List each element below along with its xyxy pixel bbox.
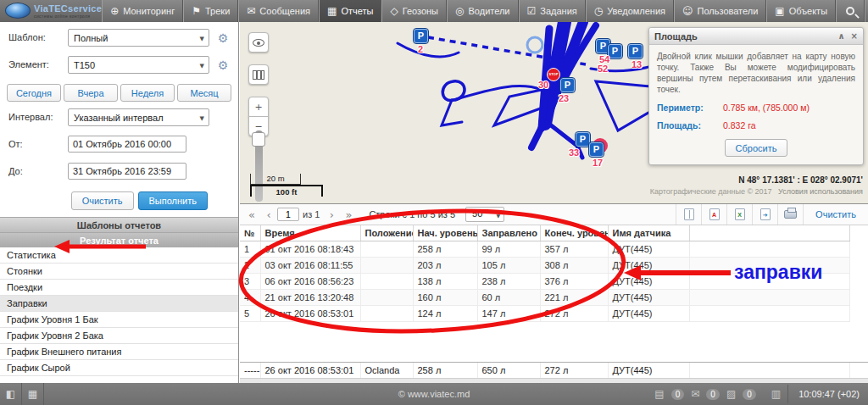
nav-item-objects[interactable]: ▣Объекты [766,0,836,22]
area-popup-header[interactable]: Площадь ∧ × [649,28,863,45]
report-item-parkings[interactable]: Стоянки [0,264,238,280]
collapse-icon[interactable]: ∧ [837,31,844,41]
marker-label: 33 [569,147,579,158]
nav-item-notifications[interactable]: ◷Уведомления [586,0,674,22]
clear-table-button[interactable]: Очистить [803,204,868,225]
report-item-raw-chart[interactable]: График Сырой [0,360,238,376]
run-report-button[interactable]: Выполнить [138,191,208,210]
range-week-button[interactable]: Неделя [120,84,175,102]
nav-item-monitoring[interactable]: ⊕Мониторинг [102,0,183,22]
logo-orb-icon [5,3,31,19]
layers-button[interactable] [248,64,269,85]
col-number[interactable]: № [240,225,260,241]
search-button[interactable] [836,0,865,22]
first-page-button[interactable]: « [243,208,260,221]
section-report-templates[interactable]: Шаблоны отчетов [0,217,238,232]
report-item-statistics[interactable]: Статистика [0,247,238,264]
alarm-clock-icon: ◷ [594,5,603,17]
col-start-level[interactable]: Нач. уровень [413,225,477,241]
report-item-external-power-chart[interactable]: График Внешнего питания [0,344,238,360]
measure-button[interactable]: ◺ [865,0,868,22]
nav-item-reports[interactable]: ▦Отчеты [319,0,381,22]
app-logo[interactable]: ViaTECservice системы online контроля [0,0,102,22]
nav-item-users[interactable]: ☺Пользователи [674,0,766,22]
from-date-input[interactable] [68,136,186,153]
col-position[interactable]: Положение [360,225,413,241]
col-filled[interactable]: Заправлено [477,225,540,241]
parking-marker-23[interactable]: P [560,78,575,92]
range-yesterday-button[interactable]: Вчера [64,84,118,102]
template-select[interactable]: Полный ▼ [68,29,209,47]
page-number-input[interactable] [277,208,299,221]
nav-item-messages[interactable]: ✉Сообщения [238,0,319,22]
from-label: От: [8,139,23,149]
stop-marker[interactable]: STOP [547,68,560,81]
parking-marker-17[interactable]: P [589,142,604,157]
marker-label: 30 [538,80,548,90]
parking-marker-13[interactable]: P [628,44,643,58]
envelope-icon: ✉ [247,5,255,17]
map-canvas[interactable]: + − P 2 P P 54 52 P 13 STOP 30 P 23 P 33… [240,22,868,203]
export-button[interactable]: ➔ [752,204,777,225]
table-row[interactable]: 203 окт 2016 08:11:55203 л105 л308 лДУТ(… [240,258,850,274]
element-select[interactable]: Т150 ▼ [68,56,209,74]
to-label: До: [8,166,23,176]
next-page-button[interactable]: › [323,208,340,221]
columns-button[interactable] [676,204,701,225]
status-icons: ▤ 0 ✉ 0 ▨ 0 ▥ [654,388,787,400]
reset-area-button[interactable]: Сбросить [725,139,788,157]
col-end-level[interactable]: Конеч. уровень [540,225,608,241]
template-settings-button[interactable]: ⚙ [214,30,231,47]
report-item-level1-chart[interactable]: График Уровня 1 Бак [0,312,238,328]
range-today-button[interactable]: Сегодня [7,84,61,102]
nav-item-geozones[interactable]: ◇Геозоны [381,0,447,22]
parking-marker-2[interactable]: P [414,29,428,43]
interval-select[interactable]: Указанный интервал ▼ [68,108,209,126]
report-item-refuelings[interactable]: Заправки [0,296,238,312]
steering-wheel-icon: ◎ [455,5,464,17]
report-item-level2-chart[interactable]: График Уровня 2 Бака [0,328,238,344]
nav-item-tasks[interactable]: ☑Задания [519,0,586,22]
table-row[interactable]: 101 окт 2016 08:18:43258 л99 л357 лДУТ(4… [240,241,850,258]
image-icon[interactable]: ▨ [726,388,736,400]
terms-link[interactable]: Условия использования [778,187,863,196]
nav-item-drivers[interactable]: ◎Водители [447,0,519,22]
parking-marker-52[interactable]: P [608,44,622,58]
visibility-button[interactable] [248,32,269,53]
table-row[interactable]: 421 окт 2016 13:20:48160 л60 л221 лДУТ(4… [240,290,850,306]
chat-icon[interactable]: ▤ [654,388,664,400]
report-item-trips[interactable]: Поездки [0,280,238,296]
area-value: 0.832 га [723,120,756,130]
section-report-result[interactable]: Результат отчета [0,232,238,247]
zoom-slider-thumb[interactable] [252,132,265,147]
print-button[interactable] [777,204,803,225]
nav-item-tracks[interactable]: ⚑Треки [183,0,238,22]
nav-tools: ◺ ⋮ ⇥ [836,0,868,22]
grid-view-button[interactable]: ▦ [22,383,44,405]
to-date-input[interactable] [68,163,186,180]
range-month-button[interactable]: Месяц [177,84,231,102]
columns-view-icon[interactable]: ▥ [771,388,781,400]
toggle-sidebar-button[interactable]: ◧ [0,383,22,405]
col-sensor[interactable]: Имя датчика [608,225,689,241]
marker-label: 13 [632,59,642,69]
last-page-button[interactable]: » [340,208,357,221]
table-row[interactable]: 306 окт 2016 08:56:23138 л238 л376 лДУТ(… [240,274,850,290]
mail-icon[interactable]: ✉ [691,388,699,400]
clear-form-button[interactable]: Очистить [71,191,134,210]
export-pdf-button[interactable]: A [701,204,726,225]
parking-marker-33[interactable]: P [576,132,590,147]
page-size-select[interactable]: 50 ▼ [465,207,504,222]
zoom-in-button[interactable]: + [248,97,269,117]
totals-start: 258 л [413,363,477,378]
marker-label: 17 [593,158,603,168]
element-label: Элемент: [8,59,49,69]
col-time[interactable]: Время [260,225,360,241]
close-icon[interactable]: × [851,31,858,41]
table-row[interactable]: 526 окт 2016 08:53:01124 л147 л272 лДУТ(… [240,306,850,322]
status-bar: ◧ ▦ © www.viatec.md ▤ 0 ✉ 0 ▨ 0 ▥ 10:09:… [0,383,868,405]
element-settings-button[interactable]: ⚙ [214,57,231,74]
refuelings-table: № Время Положение Нач. уровень Заправлен… [240,225,850,322]
prev-page-button[interactable]: ‹ [260,208,277,221]
export-excel-button[interactable]: X [726,204,752,225]
